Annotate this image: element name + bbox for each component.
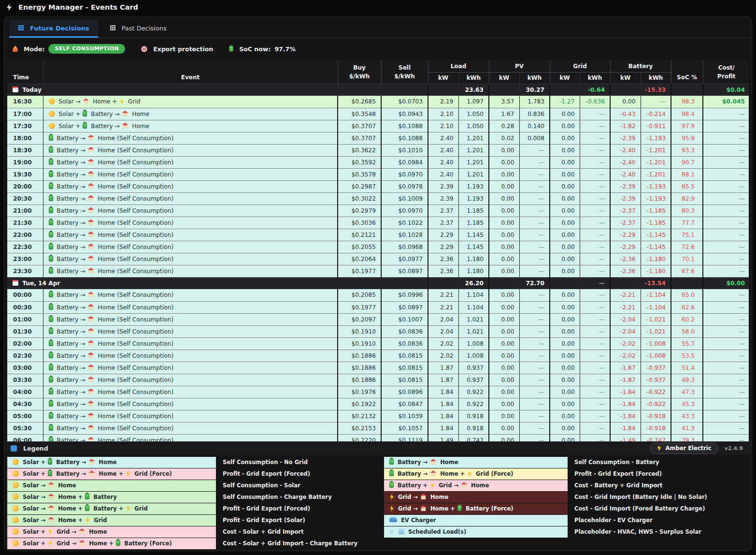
event-cell: Battery → Home (Self Consumption)	[43, 229, 338, 241]
col-subheader-grid-kw: kW	[550, 72, 580, 84]
tab-future-decisions[interactable]: Future Decisions	[9, 20, 98, 38]
load-kw-cell: 2.04	[428, 313, 458, 325]
load-kwh-cell: 0.747	[458, 434, 489, 441]
event-row: 23:30 Battery → Home (Self Consumption)$…	[7, 265, 749, 277]
pv-kwh-cell: —	[519, 325, 550, 337]
energy-events-card: Future Decisions Past Decisions Mode: SE…	[4, 16, 752, 551]
pv-kwh-cell: —	[519, 192, 550, 204]
event-cell: Battery → Home (Self Consumption)	[43, 168, 338, 180]
buy-price-cell: $0.2064	[338, 253, 381, 265]
grid-kwh-cell: —	[580, 156, 610, 168]
lightning-icon	[430, 482, 435, 488]
sell-price-cell: $0.0970	[381, 168, 428, 180]
pv-kw-cell: 0.00	[489, 374, 519, 386]
battery-kwh-cell: -1.145	[641, 229, 671, 241]
pv-kw-cell: 0.00	[489, 301, 519, 313]
events-table-scroll[interactable]: Time Event Buy $/kWh Sell $/kWh Load PV …	[7, 60, 749, 441]
time-cell: 22:30	[7, 241, 43, 253]
lightning-icon	[126, 470, 130, 477]
legend-description: Cost - Battery + Grid Import	[568, 480, 749, 491]
house-icon	[87, 377, 94, 382]
sun-icon	[49, 123, 55, 129]
grid-kwh-cell: —	[580, 204, 610, 217]
pv-kwh-cell: —	[519, 410, 550, 422]
buy-price-cell: $0.3548	[338, 108, 381, 120]
grid-kw-cell: 0.00	[550, 253, 580, 265]
legend-chip: Solar → Home	[7, 480, 216, 491]
battery-kw-cell: -2.04	[610, 313, 641, 325]
grid-kw-cell: -1.27	[550, 96, 580, 108]
col-header-battery: Battery	[610, 60, 671, 72]
buy-price-cell: $0.2055	[338, 241, 381, 253]
legend-description: Self Consumption - No Grid	[216, 457, 384, 468]
battery-kwh-cell: -1.180	[641, 265, 671, 277]
battery-icon	[49, 389, 53, 394]
grid-kw-cell: 0.00	[550, 289, 580, 301]
legend-chip: Battery → Home	[384, 457, 568, 468]
grid-kw-cell: 0.00	[550, 229, 580, 241]
battery-icon	[116, 540, 120, 546]
cost-profit-cell: —	[703, 362, 749, 374]
col-header-pv: PV	[489, 60, 550, 72]
cost-profit-cell: —	[703, 374, 749, 386]
pv-kw-cell: 0.00	[489, 325, 519, 337]
legend-description: Cost - Solar + Grid Import	[216, 526, 384, 538]
col-header-event: Event	[43, 60, 338, 84]
house-icon	[87, 183, 94, 189]
legend-chip: Grid → Home	[384, 492, 568, 503]
load-kwh-cell: 1.185	[458, 217, 489, 229]
pv-kwh-cell: —	[519, 217, 550, 229]
pv-kw-cell: 0.00	[489, 192, 519, 204]
house-icon	[87, 328, 94, 334]
grid-kwh-cell: —	[580, 410, 610, 422]
event-row: 21:00 Battery → Home (Self Consumption)$…	[7, 204, 749, 217]
tab-past-decisions[interactable]: Past Decisions	[101, 20, 175, 38]
pv-kwh-cell: —	[519, 156, 550, 168]
grid-kwh-cell: —	[580, 180, 610, 192]
cost-profit-cell: —	[703, 204, 749, 217]
battery-kwh-cell: -1.180	[641, 253, 671, 265]
pv-kw-cell: 0.00	[489, 313, 519, 325]
load-kwh-cell: 1.021	[458, 313, 489, 325]
pv-kw-cell: 0.00	[489, 265, 519, 277]
pv-kwh-cell: —	[519, 265, 550, 277]
time-cell: 18:00	[7, 132, 43, 144]
pv-kwh-cell: —	[519, 362, 550, 374]
load-kw-cell: 2.21	[428, 301, 458, 313]
sell-price-cell: $0.0815	[381, 350, 428, 362]
table-body: Today23.6330.27-0.64-15.33$0.0416:30 Sol…	[7, 84, 749, 441]
cost-profit-cell: —	[703, 144, 749, 156]
house-icon	[87, 292, 94, 297]
grid-kw-cell: 0.00	[550, 217, 580, 229]
grid-kwh-cell: —	[580, 192, 610, 204]
grid-kwh-cell: —	[580, 120, 610, 132]
grid-kwh-cell: —	[580, 398, 610, 410]
pv-kw-cell: 0.00	[489, 289, 519, 301]
battery-kw-cell: -2.39	[610, 180, 641, 192]
total-cost-cell: $0.00	[703, 277, 749, 289]
pv-kw-cell: 0.00	[489, 217, 519, 229]
cost-profit-cell: —	[703, 350, 749, 362]
house-icon	[461, 482, 467, 488]
date-group-row: Today23.6330.27-0.64-15.33$0.04	[7, 84, 749, 96]
event-cell: Battery → Home (Self Consumption)	[43, 241, 338, 253]
house-icon	[87, 171, 94, 177]
pv-kwh-cell: —	[519, 374, 550, 386]
sell-price-cell: $0.1088	[381, 120, 428, 132]
empty-cell	[610, 277, 641, 289]
battery-kwh-cell: -1.021	[641, 325, 671, 337]
load-kwh-cell: 1.050	[458, 108, 489, 120]
sell-label: Sell	[382, 63, 428, 72]
soc-cell: 90.7	[671, 156, 703, 168]
cost-profit-cell: —	[703, 168, 749, 180]
pv-kw-cell: 0.28	[489, 120, 519, 132]
buy-label: Buy	[338, 63, 381, 72]
event-row: 01:30 Battery → Home (Self Consumption)$…	[7, 325, 749, 337]
time-cell: 03:00	[7, 362, 43, 374]
pv-kwh-cell: —	[519, 313, 550, 325]
event-cell: Battery → Home (Self Consumption)	[43, 204, 338, 217]
battery-icon	[49, 304, 53, 310]
cost-profit-cell: —	[703, 241, 749, 253]
legend-description: Cost - Solar + Grid Import - Charge Batt…	[216, 538, 384, 549]
shower-icon	[399, 528, 404, 534]
